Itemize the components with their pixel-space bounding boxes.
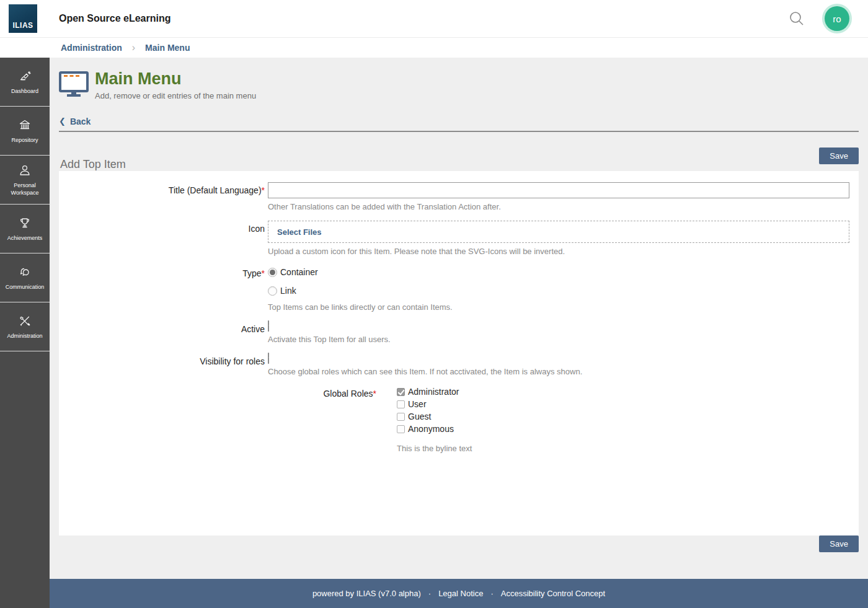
type-option-label: Container — [280, 267, 318, 277]
icon-field-byline: Upload a custom icon for this Item. Plea… — [268, 247, 849, 256]
page-subtitle: Add, remove or edit entries of the main … — [95, 91, 256, 100]
back-chevron-icon: ❮ — [59, 117, 66, 126]
icon-dropzone[interactable]: Select Files — [268, 221, 849, 243]
toolbar-divider — [59, 131, 859, 132]
type-field-byline: Top Items can be links directly or can c… — [268, 302, 849, 312]
dashboard-icon — [17, 69, 32, 84]
save-button-top[interactable]: Save — [819, 148, 859, 164]
sidebar-item-administration[interactable]: Administration — [0, 302, 50, 351]
role-option-label: User — [408, 399, 427, 409]
footer-separator: · — [428, 589, 431, 598]
guest-checkbox[interactable] — [397, 413, 405, 421]
app-title: Open Source eLearning — [59, 13, 170, 24]
required-marker: * — [373, 389, 376, 399]
select-files-button[interactable]: Select Files — [277, 227, 322, 237]
main-menu-icon — [59, 71, 89, 100]
add-top-item-form: Title (Default Language)* Other Translat… — [59, 171, 859, 535]
accessibility-link[interactable]: Accessibility Control Concept — [501, 589, 605, 598]
user-checkbox[interactable] — [397, 400, 405, 408]
panel-spacer — [59, 462, 849, 535]
main-sidebar: Dashboard Repository Personal Workspace — [0, 58, 50, 608]
personal-workspace-icon — [17, 163, 32, 178]
repository-icon — [17, 118, 32, 133]
breadcrumb-item-main-menu[interactable]: Main Menu — [145, 43, 190, 53]
sidebar-item-achievements[interactable]: Achievements — [0, 205, 50, 253]
sidebar-item-label: Achievements — [6, 235, 44, 242]
active-field-byline: Activate this Top Item for all users. — [268, 335, 849, 344]
footer-separator: · — [490, 589, 493, 598]
breadcrumb-item-administration[interactable]: Administration — [61, 43, 122, 53]
top-header-bar: ILIAS Open Source eLearning ro — [0, 0, 868, 37]
type-option-link[interactable]: Link — [268, 284, 849, 297]
breadcrumb: Administration › Main Menu — [0, 37, 868, 58]
required-marker: * — [262, 268, 265, 278]
sidebar-item-personal-workspace[interactable]: Personal Workspace — [0, 156, 50, 205]
footer-gap — [59, 552, 859, 579]
sidebar-item-repository[interactable]: Repository — [0, 107, 50, 156]
sidebar-item-label: Repository — [10, 137, 39, 144]
breadcrumb-separator-icon: › — [132, 42, 135, 53]
global-roles-byline: This is the byline text — [397, 444, 849, 453]
back-link[interactable]: ❮ Back — [59, 117, 91, 126]
role-option-label: Anonymous — [408, 424, 454, 434]
title-field-byline: Other Translations can be added with the… — [268, 202, 849, 211]
title-field-label: Title (Default Language)* — [59, 182, 265, 211]
role-option-guest[interactable]: Guest — [397, 410, 849, 423]
visibility-field-byline: Choose global roles which can see this I… — [268, 367, 849, 376]
radio-link[interactable] — [268, 286, 277, 296]
type-field-label: Type* — [59, 265, 265, 312]
page-title: Main Menu — [95, 69, 256, 89]
administrator-checkbox[interactable] — [397, 388, 405, 396]
sidebar-item-dashboard[interactable]: Dashboard — [0, 58, 50, 107]
visibility-field-label: Visibility for roles — [59, 353, 265, 376]
title-input[interactable] — [268, 182, 849, 198]
sidebar-item-label: Communication — [4, 284, 46, 291]
ilias-logo[interactable]: ILIAS — [9, 4, 37, 33]
role-option-anonymous[interactable]: Anonymous — [397, 423, 849, 435]
role-option-label: Administrator — [408, 387, 459, 397]
required-marker: * — [262, 185, 265, 195]
role-option-administrator[interactable]: Administrator — [397, 386, 849, 398]
main-content: Main Menu Add, remove or edit entries of… — [50, 58, 868, 579]
sidebar-item-label: Dashboard — [10, 88, 40, 95]
radio-container[interactable] — [268, 268, 277, 277]
ilias-logo-text: ILIAS — [12, 21, 33, 30]
communication-icon — [17, 265, 32, 280]
role-option-user[interactable]: User — [397, 398, 849, 410]
role-option-label: Guest — [408, 412, 431, 421]
global-roles-field-label: Global Roles* — [59, 386, 376, 453]
administration-icon — [17, 314, 32, 328]
sidebar-item-communication[interactable]: Communication — [0, 253, 50, 302]
save-button-bottom[interactable]: Save — [819, 535, 859, 552]
sidebar-item-label: Personal Workspace — [0, 182, 50, 196]
legal-notice-link[interactable]: Legal Notice — [438, 589, 483, 598]
powered-by-text: powered by ILIAS (v7.0 alpha) — [312, 589, 421, 598]
back-label: Back — [70, 117, 91, 126]
search-button[interactable] — [787, 9, 806, 28]
type-option-container[interactable]: Container — [268, 265, 849, 279]
topbar-actions: ro — [787, 6, 849, 31]
achievements-icon — [17, 216, 32, 231]
sidebar-item-label: Administration — [6, 333, 43, 340]
page-footer: powered by ILIAS (v7.0 alpha) · Legal No… — [50, 579, 868, 608]
active-field-label: Active — [59, 321, 265, 344]
type-option-label: Link — [280, 286, 296, 296]
avatar[interactable]: ro — [825, 6, 849, 31]
active-checkbox[interactable] — [268, 320, 269, 332]
search-icon — [787, 20, 806, 30]
visibility-checkbox[interactable] — [268, 353, 269, 364]
avatar-initials: ro — [833, 14, 841, 24]
form-section-title: Add Top Item — [60, 158, 126, 171]
icon-field-label: Icon — [59, 221, 265, 256]
anonymous-checkbox[interactable] — [397, 425, 405, 433]
